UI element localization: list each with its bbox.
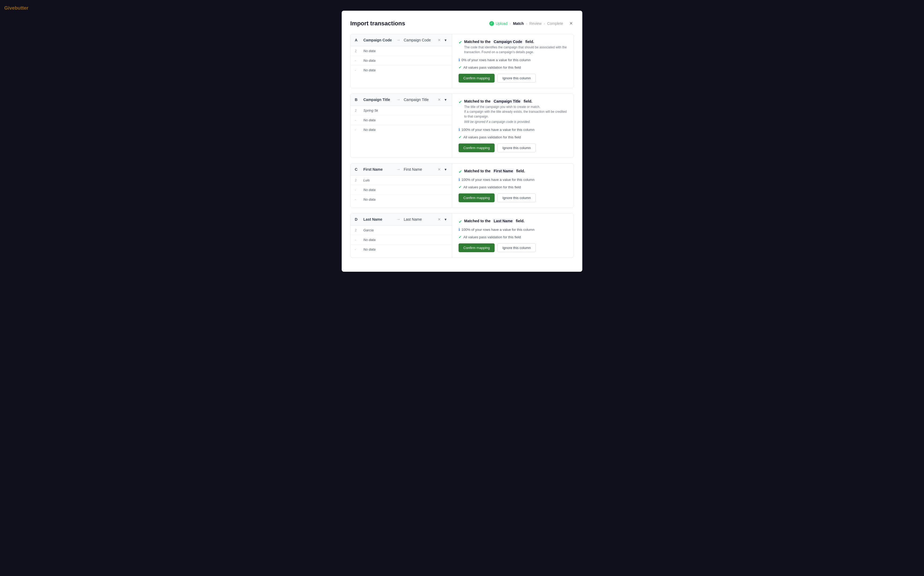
col-mapped-c: First Name [404,167,433,171]
col-letter-b: B [355,98,360,102]
step-arrow-2: › [526,21,527,26]
col-source-b: Campaign Title [363,98,393,102]
row-num-c-2: - [355,198,360,202]
confirm-button-c[interactable]: Confirm mapping [459,194,495,202]
step-complete-label: Complete [547,21,563,26]
info-icon-b: ℹ [459,128,460,132]
data-row-c-1: - No data [351,185,452,195]
data-row-a-1: - No data [351,56,452,66]
confirm-button-b[interactable]: Confirm mapping [459,144,495,152]
mapping-card-d-inner: D Last Name → Last Name ✕ ▾ 2 Garcia [351,213,573,258]
match-field-b: Campaign Title [493,99,521,104]
data-row-d-1: - No data [351,235,452,245]
col-clear-d[interactable]: ✕ [436,217,442,222]
row-val-b-2: No data [363,128,375,132]
col-info-a: ✔ Matched to the Campaign Code field. Th… [452,34,573,88]
step-complete: Complete [547,21,563,26]
match-field-c: First Name [493,169,514,173]
match-status-d: ✔ Matched to the Last Name field. [459,219,567,224]
ignore-button-a[interactable]: Ignore this column [497,74,536,83]
match-extra-b: If a campaign with the title already exi… [464,109,567,119]
validation-text-d: All values pass validation for this fiel… [464,235,521,239]
validation-b: ✔ All values pass validation for this fi… [459,135,567,139]
row-num-d-0: 2 [355,229,360,232]
modal-overlay: Import transactions ✓ Upload › Match › R… [0,0,924,576]
col-info-c: ✔ Matched to the First Name field. ℹ 100… [452,163,573,208]
row-val-d-1: No data [363,238,375,242]
ignore-button-c[interactable]: Ignore this column [497,194,536,202]
col-dropdown-c[interactable]: ▾ [444,167,448,172]
col-clear-a[interactable]: ✕ [436,37,442,43]
step-match-label: Match [513,21,524,26]
match-text-a: Matched to the Campaign Code field. The … [464,40,567,54]
ignore-button-d[interactable]: Ignore this column [497,243,536,252]
col-controls-a: ✕ ▾ [436,37,448,43]
row-val-d-0: Garcia [363,228,374,232]
col-clear-b[interactable]: ✕ [436,97,442,102]
step-review: Review [529,21,542,26]
col-dropdown-a[interactable]: ▾ [444,37,448,43]
col-header-d: D Last Name → Last Name ✕ ▾ [351,213,452,226]
col-data-d: D Last Name → Last Name ✕ ▾ 2 Garcia [351,213,452,258]
modal-header: Import transactions ✓ Upload › Match › R… [350,19,574,27]
col-info-b: ✔ Matched to the Campaign Title field. T… [452,94,573,158]
step-review-label: Review [529,21,542,26]
actions-c: Confirm mapping Ignore this column [459,194,567,202]
coverage-c: ℹ 100% of your rows have a value for thi… [459,178,567,182]
col-arrow-b: → [396,97,401,102]
match-title-d: Matched to the Last Name field. [464,219,567,223]
col-header-b: B Campaign Title → Campaign Title ✕ ▾ [351,94,452,106]
row-val-a-0: No data [363,49,375,53]
col-letter-c: C [355,167,360,171]
step-upload: ✓ Upload [489,21,507,26]
row-num-a-1: - [355,59,360,62]
col-header-a: A Campaign Code → Campaign Code ✕ ▾ [351,34,452,46]
close-button[interactable]: × [568,19,574,27]
data-row-c-0: 2 Luis [351,176,452,185]
ignore-button-b[interactable]: Ignore this column [497,144,536,152]
mapping-card-a: A Campaign Code → Campaign Code ✕ ▾ 2 No… [350,34,574,88]
confirm-button-a[interactable]: Confirm mapping [459,74,495,83]
row-num-d-1: - [355,238,360,242]
match-extra2-b: Will be ignored if a campaign code is pr… [464,119,567,124]
col-dropdown-d[interactable]: ▾ [444,217,448,222]
confirm-button-d[interactable]: Confirm mapping [459,243,495,252]
check-icon-d: ✔ [459,235,462,239]
col-source-c: First Name [363,167,393,171]
col-controls-c: ✕ ▾ [436,167,448,172]
match-field-a: Campaign Code [493,39,523,44]
mapping-card-c: C First Name → First Name ✕ ▾ 2 Luis [350,163,574,208]
col-header-c: C First Name → First Name ✕ ▾ [351,163,452,176]
coverage-a: ℹ 0% of your rows have a value for this … [459,58,567,62]
col-mapped-a: Campaign Code [404,38,433,42]
data-row-d-0: 2 Garcia [351,226,452,235]
check-icon-c: ✔ [459,185,462,189]
row-num-c-0: 2 [355,178,360,182]
col-letter-d: D [355,217,360,221]
row-val-b-1: No data [363,118,375,122]
coverage-text-a: 0% of your rows have a value for this co… [462,58,531,62]
match-text-b: Matched to the Campaign Title field. The… [464,99,567,124]
col-data-c: C First Name → First Name ✕ ▾ 2 Luis [351,163,452,208]
col-controls-d: ✕ ▾ [436,217,448,222]
row-num-b-0: 2 [355,109,360,112]
match-check-c: ✔ [459,169,462,174]
validation-d: ✔ All values pass validation for this fi… [459,235,567,239]
match-desc-b: The title of the campaign you wish to cr… [464,104,567,109]
match-title-c: Matched to the First Name field. [464,169,567,173]
row-num-b-1: - [355,118,360,122]
col-clear-c[interactable]: ✕ [436,167,442,172]
validation-a: ✔ All values pass validation for this fi… [459,65,567,69]
validation-text-a: All values pass validation for this fiel… [464,66,521,69]
coverage-text-b: 100% of your rows have a value for this … [462,128,534,132]
col-arrow-a: → [396,38,401,43]
col-dropdown-b[interactable]: ▾ [444,97,448,102]
row-num-d-2: - [355,248,360,251]
actions-d: Confirm mapping Ignore this column [459,243,567,252]
col-info-d: ✔ Matched to the Last Name field. ℹ 100%… [452,213,573,258]
step-match: Match [513,21,524,26]
match-desc-a: The code that identifies the campaign th… [464,45,567,54]
row-num-c-1: - [355,188,360,192]
coverage-text-d: 100% of your rows have a value for this … [462,228,534,232]
step-arrow-1: › [510,21,511,26]
